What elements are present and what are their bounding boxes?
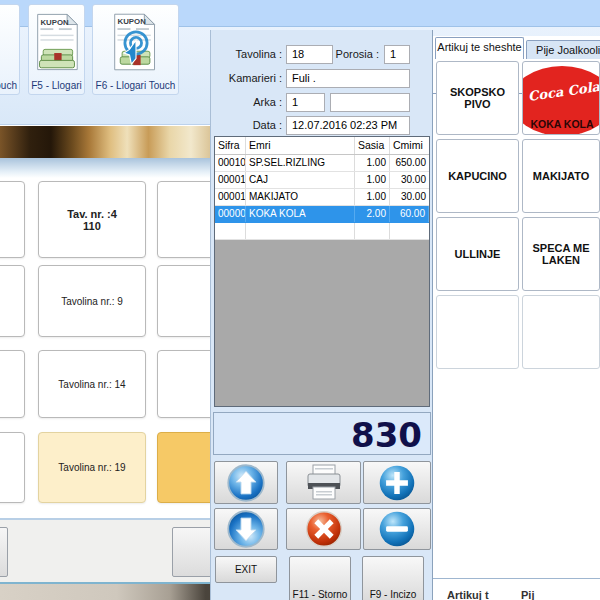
product-button-koka-kola[interactable]: Coca Cola KOKA KOLA <box>522 61 600 135</box>
table-header-row: Sifra Emri Sasia Cmimi <box>215 137 429 155</box>
data-label: Data : <box>216 119 282 131</box>
table-button-partial[interactable] <box>0 432 25 503</box>
wood-banner-image <box>0 126 212 158</box>
toolbar-button-f5-llogari[interactable]: KUPON F5 - Llogari <box>28 4 85 95</box>
table-button-14[interactable]: Tavolina nr.: 14 <box>38 350 146 418</box>
col-header-cmimi[interactable]: Cmimi <box>390 137 429 154</box>
table-row[interactable]: 000010 MAKIJATO 1.00 30.00 <box>215 189 429 206</box>
tab-pije-joalkoolike[interactable]: Pije Joalkoolike <box>526 40 600 59</box>
panel-divider <box>433 578 600 579</box>
table-button-partial[interactable] <box>0 350 25 418</box>
incizo-button[interactable]: F9 - Incizo <box>362 556 424 600</box>
order-items-table: Sifra Emri Sasia Cmimi 000102 SP.SEL.RIZ… <box>214 136 430 407</box>
arka-label: Arka : <box>216 96 282 108</box>
arrow-up-icon <box>225 463 267 503</box>
product-button-empty[interactable] <box>522 295 600 369</box>
tavolina-label: Tavolina : <box>216 48 282 60</box>
porosia-label: Porosia : <box>313 48 379 60</box>
move-up-button[interactable] <box>214 461 278 504</box>
product-button-skopsko-pivo[interactable]: SKOPSKO PIVO <box>436 61 519 135</box>
left-bar-button-partial[interactable] <box>0 527 8 577</box>
add-item-button[interactable] <box>363 461 431 504</box>
plus-icon <box>376 463 418 503</box>
pos-window: Touch KUPON F5 - Llogari <box>0 0 600 600</box>
toolbar-button-label: F5 - Llogari <box>29 79 84 94</box>
arrow-down-icon <box>225 509 267 549</box>
table-row[interactable]: 000011 CAJ 1.00 30.00 <box>215 172 429 189</box>
product-button-ullinje[interactable]: ULLINJE <box>436 217 519 291</box>
kupon-receipt-touch-icon: KUPON <box>93 5 178 79</box>
move-down-button[interactable] <box>214 508 278 550</box>
order-panel: Tavolina : 18 Porosia : 1 Kamarieri : Fu… <box>210 30 433 600</box>
porosia-field[interactable]: 1 <box>384 45 410 64</box>
product-button-speca-me-laken[interactable]: SPECA ME LAKEN <box>522 217 600 291</box>
product-button-makijato[interactable]: MAKIJATO <box>522 139 600 213</box>
table-row[interactable]: 000102 SP.SEL.RIZLING 1.00 650.00 <box>215 155 429 172</box>
kupon-receipt-money-icon: KUPON <box>29 5 84 79</box>
bottom-tab-fragment-artikuj[interactable]: Artikuj t <box>447 589 509 600</box>
table-button-19[interactable]: Tavolina nr.: 19 <box>38 432 146 503</box>
toolbar-button-f6-llogari-touch[interactable]: KUPON F6 - Llogari Touch <box>92 4 179 95</box>
col-header-sasia[interactable]: Sasia <box>355 137 390 154</box>
product-button-empty[interactable] <box>436 295 519 369</box>
kamarieri-field[interactable]: Fuli . <box>286 69 410 88</box>
toolbar-button-label: F6 - Llogari Touch <box>93 79 178 94</box>
toolbar-button-touch-partial[interactable]: Touch <box>0 4 20 95</box>
total-display: 830 <box>213 412 431 455</box>
kupon-receipt-icon <box>0 5 19 79</box>
table-button-partial[interactable] <box>0 265 25 337</box>
svg-text:KUPON: KUPON <box>117 17 146 26</box>
bottom-tab-fragment-pije[interactable]: Pij <box>521 589 551 600</box>
print-button[interactable] <box>286 461 361 504</box>
toolbar-button-label: Touch <box>0 79 19 94</box>
printer-icon <box>303 463 345 503</box>
table-row-selected[interactable]: 000001 KOKA KOLA 2.00 60.00 <box>215 206 429 223</box>
table-row-empty[interactable] <box>215 223 429 240</box>
kamarieri-label: Kamarieri : <box>214 72 282 84</box>
col-header-sifra[interactable]: Sifra <box>215 137 246 154</box>
col-header-emri[interactable]: Emri <box>246 137 355 154</box>
banner-shadow-strip <box>0 158 212 178</box>
arka-field[interactable]: 1 <box>286 93 325 112</box>
remove-item-button[interactable] <box>363 508 431 550</box>
tab-artikuj-te-sheshte[interactable]: Artikuj te sheshte <box>435 37 524 59</box>
arka-secondary-field[interactable] <box>330 93 410 112</box>
data-field[interactable]: 12.07.2016 02:23 PM <box>286 116 410 135</box>
products-panel: Artikuj te sheshte Pije Joalkoolike SKOP… <box>433 36 600 600</box>
delete-item-button[interactable] <box>286 508 361 550</box>
storno-button[interactable]: F11 - Storno <box>289 556 351 600</box>
bottom-photo-strip <box>0 584 212 600</box>
product-button-kapucino[interactable]: KAPUCINO <box>436 139 519 213</box>
table-button-partial[interactable] <box>0 181 25 258</box>
table-button-4[interactable]: Tav. nr. :4 110 <box>38 181 146 258</box>
title-bar <box>0 0 600 27</box>
table-button-9[interactable]: Tavolina nr.: 9 <box>38 265 146 337</box>
exit-button[interactable]: EXIT <box>215 556 277 583</box>
svg-text:KUPON: KUPON <box>40 18 69 27</box>
minus-icon <box>376 509 418 549</box>
cancel-x-icon <box>303 509 345 549</box>
